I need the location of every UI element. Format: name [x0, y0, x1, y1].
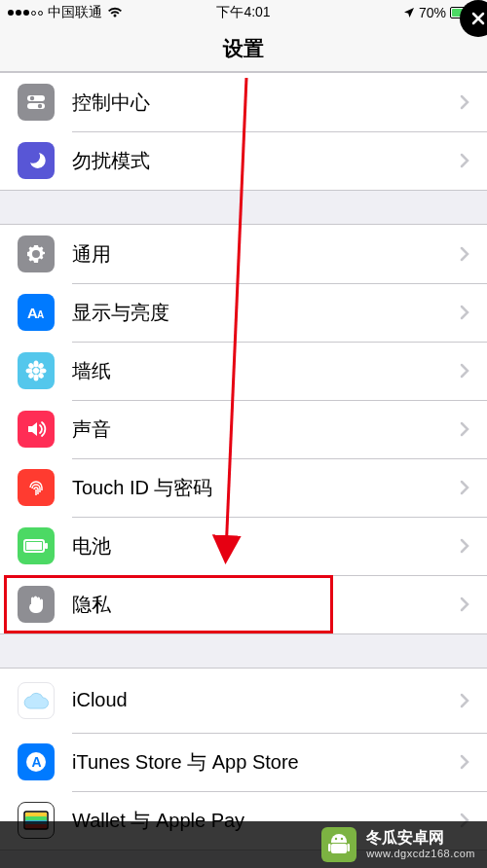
row-itunes[interactable]: A iTunes Store 与 App Store [0, 733, 487, 791]
speaker-icon [18, 411, 55, 448]
svg-point-7 [34, 361, 39, 368]
settings-list[interactable]: 控制中心 勿扰模式 通用 AA [0, 72, 487, 868]
page-title: 设置 [223, 35, 264, 62]
settings-group: 通用 AA 显示与亮度 墙纸 声音 [0, 224, 487, 634]
row-label: iCloud [72, 689, 460, 711]
svg-point-10 [40, 369, 47, 374]
row-label: 隐私 [72, 592, 460, 618]
svg-rect-2 [27, 103, 45, 109]
appstore-icon: A [18, 743, 55, 780]
row-label: 显示与亮度 [72, 300, 460, 326]
chevron-right-icon [460, 480, 469, 495]
svg-rect-17 [45, 543, 48, 549]
fingerprint-icon [18, 469, 55, 506]
chevron-right-icon [460, 246, 469, 262]
watermark-bar: 冬瓜安卓网 www.dgxcdz168.com [0, 821, 487, 868]
row-label: Touch ID 与密码 [72, 475, 460, 501]
chevron-right-icon [460, 305, 469, 320]
gear-icon [18, 235, 55, 272]
svg-point-1 [30, 96, 34, 100]
row-display[interactable]: AA 显示与亮度 [0, 283, 487, 342]
svg-point-3 [38, 104, 42, 108]
carrier-label: 中国联通 [48, 4, 102, 21]
chevron-right-icon [460, 94, 469, 110]
location-icon [403, 7, 415, 18]
watermark-url: www.dgxcdz168.com [366, 848, 475, 860]
moon-icon [18, 142, 55, 179]
flower-icon [18, 352, 55, 389]
row-dnd[interactable]: 勿扰模式 [0, 131, 487, 190]
status-bar: 中国联通 下午4:01 70% [0, 0, 487, 25]
battery-icon [18, 527, 55, 564]
close-icon [470, 11, 486, 26]
row-label: 电池 [72, 533, 460, 560]
row-privacy[interactable]: 隐私 [0, 575, 487, 633]
svg-rect-30 [348, 844, 351, 851]
nav-bar: 设置 [0, 25, 487, 72]
cloud-icon [18, 682, 55, 719]
hand-icon [18, 586, 55, 623]
battery-pct-label: 70% [419, 5, 446, 20]
row-label: 通用 [72, 241, 460, 268]
chevron-right-icon [460, 538, 469, 554]
row-sounds[interactable]: 声音 [0, 400, 487, 458]
signal-icon [8, 10, 43, 16]
row-label: 勿扰模式 [72, 148, 460, 174]
svg-rect-26 [331, 844, 347, 853]
text-size-icon: AA [18, 294, 55, 331]
row-label: 墙纸 [72, 358, 460, 384]
settings-group: 控制中心 勿扰模式 [0, 72, 487, 191]
svg-point-27 [335, 838, 337, 840]
svg-text:A: A [32, 754, 42, 770]
svg-point-6 [33, 368, 39, 374]
toggles-icon [18, 84, 55, 121]
chevron-right-icon [460, 363, 469, 379]
svg-rect-29 [328, 844, 331, 851]
row-touchid[interactable]: Touch ID 与密码 [0, 458, 487, 517]
chevron-right-icon [460, 693, 469, 708]
svg-point-9 [26, 369, 33, 374]
screen: 中国联通 下午4:01 70% 设置 控制中心 [0, 0, 487, 868]
row-label: iTunes Store 与 App Store [72, 749, 460, 776]
row-label: 声音 [72, 416, 460, 443]
wifi-icon [107, 7, 123, 18]
svg-rect-16 [26, 542, 42, 550]
row-icloud[interactable]: iCloud [0, 669, 487, 733]
chevron-right-icon [460, 597, 469, 612]
svg-text:A: A [37, 309, 44, 320]
watermark-title: 冬瓜安卓网 [366, 829, 444, 847]
row-general[interactable]: 通用 [0, 225, 487, 283]
row-battery[interactable]: 电池 [0, 517, 487, 575]
chevron-right-icon [460, 421, 469, 437]
svg-point-8 [34, 375, 39, 381]
row-control-center[interactable]: 控制中心 [0, 73, 487, 131]
svg-point-28 [341, 838, 343, 840]
chevron-right-icon [460, 754, 469, 770]
chevron-right-icon [460, 153, 469, 168]
watermark-logo-icon [321, 827, 356, 862]
row-label: 控制中心 [72, 90, 460, 116]
svg-rect-0 [27, 95, 45, 101]
row-wallpaper[interactable]: 墙纸 [0, 342, 487, 400]
